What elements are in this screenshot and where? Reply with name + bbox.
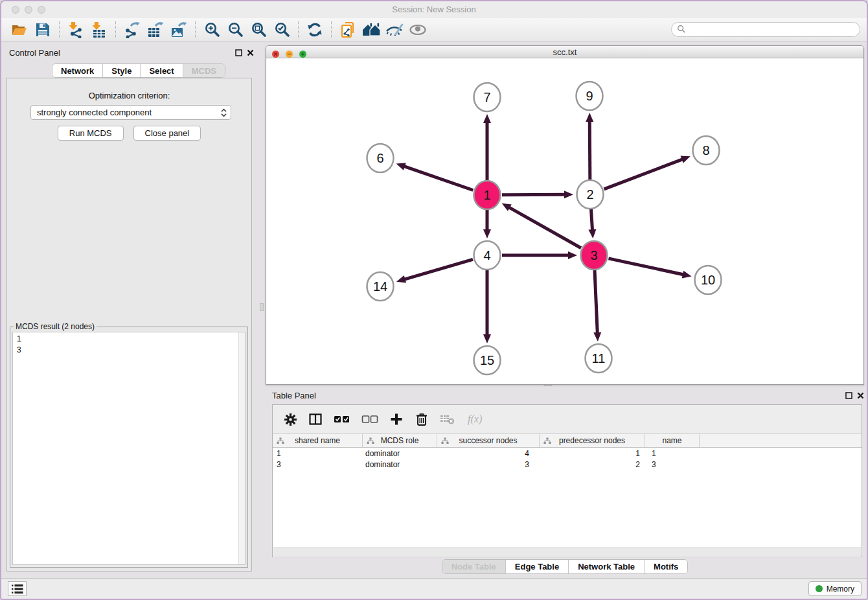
mac-zoom-icon[interactable] — [299, 49, 306, 56]
tab-select[interactable]: Select — [141, 64, 183, 77]
run-mcds-button[interactable]: Run MCDS — [58, 126, 124, 141]
close-icon[interactable] — [246, 49, 254, 56]
float-icon[interactable] — [234, 49, 242, 56]
document-share-icon[interactable] — [336, 20, 360, 40]
table-hscrollbar[interactable] — [273, 548, 861, 556]
open-folder-icon[interactable] — [8, 20, 31, 40]
edge-1-6[interactable] — [396, 163, 474, 190]
node-14[interactable]: 14 — [367, 272, 394, 301]
green-dot-icon — [816, 585, 823, 592]
float-icon[interactable] — [845, 391, 852, 399]
control-panel-title: Control Panel — [9, 48, 60, 58]
node-11[interactable]: 11 — [586, 344, 612, 373]
tab-network-table[interactable]: Network Table — [569, 560, 645, 573]
export-network-icon[interactable] — [120, 20, 144, 40]
table-row[interactable]: 1dominator411 — [273, 448, 862, 459]
mac-minimize-icon[interactable] — [286, 49, 293, 56]
tree-icon — [441, 437, 449, 446]
network-titlebar[interactable]: scc.txt — [266, 46, 863, 58]
node-7[interactable]: 7 — [474, 83, 501, 111]
column-header-predecessor-nodes[interactable]: predecessor nodes — [540, 434, 645, 447]
edge-1-4[interactable] — [483, 210, 491, 238]
svg-text:15: 15 — [480, 353, 494, 367]
network-canvas[interactable]: 7968124314101511 — [266, 59, 863, 384]
node-10[interactable]: 10 — [695, 266, 722, 294]
edge-2-3[interactable] — [588, 209, 596, 238]
tab-motifs[interactable]: Motifs — [645, 560, 687, 573]
list-icon[interactable] — [8, 581, 27, 596]
table-cell: 3 — [645, 460, 700, 469]
node-2[interactable]: 2 — [577, 180, 604, 209]
import-table-icon[interactable] — [87, 20, 111, 40]
deselect-all-icon[interactable] — [361, 411, 378, 427]
memory-label: Memory — [827, 584, 854, 594]
zoom-selected-icon[interactable] — [270, 20, 293, 40]
mcds-result-area[interactable]: 1 3 — [12, 332, 246, 565]
column-header-shared-name[interactable]: shared name — [273, 434, 363, 447]
mcds-result-values: 1 3 — [13, 332, 245, 357]
table-cell: 4 — [437, 449, 540, 458]
edge-1-7[interactable] — [483, 114, 491, 180]
result-scrollbar[interactable] — [238, 332, 245, 564]
edge-2-9[interactable] — [586, 113, 593, 179]
save-floppy-icon[interactable] — [31, 20, 54, 40]
houses-icon[interactable] — [360, 20, 383, 40]
node-table-box: f(x) shared nameMCDS rolesuccessor nodes… — [272, 404, 862, 557]
edge-2-8[interactable] — [604, 156, 691, 189]
edge-4-15[interactable] — [483, 270, 491, 343]
columns-icon[interactable] — [308, 411, 323, 427]
node-6[interactable]: 6 — [367, 144, 394, 172]
memory-button[interactable]: Memory — [808, 581, 862, 596]
node-15[interactable]: 15 — [474, 346, 501, 375]
svg-text:7: 7 — [483, 90, 490, 104]
eye-hide-icon[interactable] — [383, 20, 406, 40]
titlebar: Session: New Session — [1, 1, 867, 18]
node-8[interactable]: 8 — [693, 136, 720, 165]
table-cell: dominator — [363, 460, 437, 469]
app-window: Session: New Session Control Panel Netwo… — [0, 0, 868, 600]
column-header-name[interactable]: name — [645, 434, 700, 447]
table-cell: 1 — [273, 449, 363, 458]
select-all-icon[interactable] — [334, 411, 350, 427]
search-input[interactable] — [689, 25, 854, 35]
vertical-splitter-grip[interactable] — [260, 303, 264, 311]
refresh-icon[interactable] — [303, 20, 326, 40]
trash-icon[interactable] — [415, 411, 429, 427]
table-row[interactable]: 3dominator323 — [273, 459, 862, 470]
node-9[interactable]: 9 — [577, 82, 603, 110]
close-panel-button[interactable]: Close panel — [133, 126, 201, 141]
statusbar: Memory — [1, 578, 867, 599]
zoom-fit-icon[interactable] — [247, 20, 270, 40]
node-1[interactable]: 1 — [474, 181, 501, 209]
tab-edge-table[interactable]: Edge Table — [506, 560, 569, 573]
criterion-dropdown[interactable]: strongly connected component — [30, 105, 231, 120]
column-header-mcds-role[interactable]: MCDS role — [363, 434, 437, 447]
edge-4-14[interactable] — [396, 259, 473, 283]
main-toolbar — [1, 18, 867, 41]
node-4[interactable]: 4 — [474, 241, 501, 270]
close-icon[interactable] — [856, 391, 864, 399]
tab-node-table[interactable]: Node Table — [442, 560, 506, 573]
gear-icon[interactable] — [283, 411, 297, 427]
table-cell: 3 — [273, 460, 363, 469]
edge-1-2[interactable] — [502, 190, 573, 198]
node-3[interactable]: 3 — [581, 241, 608, 270]
edge-4-3[interactable] — [502, 251, 577, 259]
tab-network[interactable]: Network — [52, 64, 103, 77]
edge-3-11[interactable] — [593, 270, 601, 341]
add-row-icon[interactable] — [389, 411, 404, 427]
edge-3-10[interactable] — [608, 259, 691, 279]
svg-text:2: 2 — [586, 187, 593, 202]
search-box[interactable] — [671, 22, 860, 37]
tab-style[interactable]: Style — [103, 64, 141, 77]
zoom-in-icon[interactable] — [200, 20, 223, 40]
eye-show-icon[interactable] — [406, 20, 429, 40]
export-image-icon[interactable] — [167, 20, 190, 40]
edge-3-1[interactable] — [502, 203, 581, 248]
tab-mcds[interactable]: MCDS — [183, 64, 225, 77]
import-network-icon[interactable] — [64, 20, 87, 40]
column-header-successor-nodes[interactable]: successor nodes — [437, 434, 540, 447]
mac-close-icon[interactable] — [272, 49, 279, 56]
export-table-icon[interactable] — [144, 20, 167, 40]
zoom-out-icon[interactable] — [223, 20, 247, 40]
